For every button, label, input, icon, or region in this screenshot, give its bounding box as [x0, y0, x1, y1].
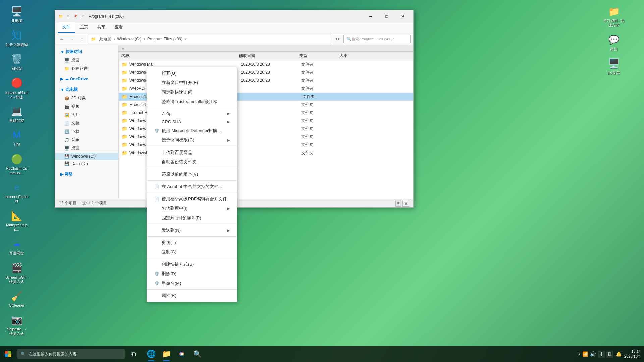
- desktop-icon-mathpix[interactable]: 📐 Mathpix Snipp...: [3, 207, 30, 233]
- col-header-date[interactable]: 修改日期: [239, 53, 299, 59]
- desktop-icon-zhiyun[interactable]: 知 知云文献翻译: [3, 27, 30, 48]
- ctx-properties[interactable]: 属性(R): [147, 291, 237, 300]
- ctx-acrobat-merge[interactable]: 📄 在 Acrobat 中合并支持的文件...: [147, 182, 237, 191]
- file-list-header: 名称 修改日期 类型 大小: [119, 52, 413, 60]
- ctx-trusted-installer[interactable]: 鳌峰湾TrustedInstaller嵌江楼: [147, 97, 237, 106]
- taskbar-clock[interactable]: 13:14 2020/10/4: [624, 349, 641, 359]
- nav-item-desktop[interactable]: 🖥️ 桌面: [55, 56, 118, 64]
- 3d-label: 3D 对象: [71, 95, 86, 101]
- desktop-icon-baidu[interactable]: ☁ 百度网盘: [3, 236, 30, 257]
- pics-icon: 🖼️: [64, 113, 69, 117]
- nav-item-3d[interactable]: 📦 3D 对象: [55, 94, 118, 102]
- close-button[interactable]: ✕: [395, 11, 411, 21]
- ctx-restore[interactable]: 还原以前的版本(V): [147, 170, 237, 179]
- ctx-send-to[interactable]: 发送到(N): [147, 226, 237, 235]
- nav-item-docs[interactable]: 📄 文档: [55, 119, 118, 127]
- svg-rect-0: [5, 351, 8, 354]
- maximize-button[interactable]: □: [379, 11, 394, 21]
- taskbar-search-box[interactable]: 🔍 在这里输入你要搜索的内容: [17, 349, 125, 359]
- ctx-pin-start[interactable]: 固定到"开始"屏幕(P): [147, 213, 237, 223]
- taskbar-app-search-app[interactable]: 🔍: [190, 346, 205, 362]
- folder-icon: 📁: [121, 126, 127, 132]
- nav-section-onedrive[interactable]: ▶ ☁ OneDrive: [55, 75, 118, 83]
- nav-item-music[interactable]: 🎵 音乐: [55, 136, 118, 144]
- desktop-icon-ccleaner[interactable]: 🧹 CCleaner: [3, 288, 30, 309]
- ctx-auto-backup[interactable]: 自动备份该文件夹: [147, 157, 237, 167]
- address-bar: ← → ↑ 📁 此电脑 › Windows (C:) › Program Fil…: [55, 33, 413, 45]
- col-header-name[interactable]: 名称: [121, 53, 239, 59]
- ctx-foxit-merge[interactable]: 📄 使用福昕高级PDF编辑器合并文件: [147, 194, 237, 204]
- nav-section-quick-access[interactable]: ▼ 快速访问: [55, 48, 118, 56]
- taskbar-app-chrome[interactable]: [174, 346, 189, 362]
- start-button[interactable]: [0, 346, 16, 362]
- taskbar-task-view[interactable]: ⧉: [126, 346, 141, 362]
- clock-date: 2020/10/4: [624, 354, 641, 359]
- ctx-include-library[interactable]: 包含到库中(I): [147, 204, 237, 213]
- minimize-button[interactable]: ─: [363, 11, 378, 21]
- refresh-button[interactable]: ↺: [333, 35, 341, 43]
- desktop-icon-pycharm[interactable]: 🟢 PyCharm Communi...: [3, 151, 30, 176]
- file-date: 2020/10/3 20:20: [241, 70, 301, 75]
- ctx-crc-sha[interactable]: CRC SHA: [147, 118, 237, 126]
- tab-share[interactable]: 共享: [93, 22, 110, 33]
- back-button[interactable]: ←: [58, 35, 66, 43]
- downloads-label: 下载: [71, 129, 79, 134]
- ctx-open[interactable]: 打开(O): [147, 69, 237, 78]
- nav-item-software[interactable]: 📁 各种软件: [55, 64, 118, 73]
- list-view-button[interactable]: ≡: [395, 200, 401, 207]
- taskbar-app-explorer[interactable]: 📁: [159, 346, 174, 362]
- ctx-sep-9: [147, 289, 237, 290]
- nav-section-network[interactable]: ▶ 网络: [55, 170, 118, 178]
- tab-view[interactable]: 查看: [110, 22, 127, 33]
- desktop-icon-ev[interactable]: 🖥️ EV录屏: [600, 56, 627, 77]
- ime-mode[interactable]: 拼: [606, 351, 613, 358]
- up-button[interactable]: ↑: [78, 35, 86, 43]
- nav-item-c-drive[interactable]: 💾 Windows (C:): [55, 153, 118, 160]
- ctx-upload-baidu[interactable]: 上传到百度网盘: [147, 148, 237, 157]
- ctx-create-shortcut[interactable]: 创建快捷方式(S): [147, 260, 237, 269]
- desktop-icons-left: 🖥️ 此电脑 知 知云文献翻译 🗑️ 回收站 🔴 Inpaint x64.exe…: [0, 0, 47, 341]
- ctx-copy[interactable]: 复制(C): [147, 247, 237, 257]
- desktop-icon-this-pc[interactable]: 🖥️ 此电脑: [3, 3, 30, 24]
- desktop-icon-inpaint[interactable]: 🔴 Inpaint x64.exe - 快捷: [3, 75, 30, 101]
- desktop-icon-tim[interactable]: M TIM: [3, 127, 30, 148]
- ctx-defender[interactable]: 🛡️ 使用 Microsoft Defender扫描...: [147, 126, 237, 135]
- desktop-icon-ie[interactable]: e Internet Explorer: [3, 179, 30, 205]
- desktop-icon-pcmgr[interactable]: 💻 电脑管家: [3, 103, 30, 124]
- col-header-size[interactable]: 大小: [339, 53, 373, 59]
- ctx-grant-access[interactable]: 授予访问权限(G): [147, 135, 237, 145]
- ctx-cut[interactable]: 剪切(T): [147, 238, 237, 247]
- desktop-icon-study[interactable]: 📁 学习资料 - 快捷方式: [600, 3, 627, 29]
- nav-section-thispc[interactable]: ▼ 此电脑: [55, 85, 118, 94]
- nav-item-video[interactable]: 🎬 视频: [55, 102, 118, 111]
- video-icon: 🎬: [64, 104, 69, 109]
- nav-item-desktop2[interactable]: 🖥️ 桌面: [55, 144, 118, 153]
- col-header-type[interactable]: 类型: [299, 53, 339, 59]
- desktop-icon-wechat[interactable]: 💬 微信: [600, 32, 627, 53]
- ctx-open-new-window[interactable]: 在新窗口中打开(E): [147, 78, 237, 87]
- mathpix-icon: 📐: [10, 209, 23, 222]
- ctx-rename[interactable]: 🛡️ 重命名(M): [147, 279, 237, 288]
- forward-button[interactable]: →: [68, 35, 76, 43]
- desktop-icon-screentogif[interactable]: 🎬 ScreenToGif - 快捷方式: [3, 260, 30, 285]
- address-path[interactable]: 📁 此电脑 › Windows (C:) › Program Files (x8…: [88, 35, 331, 43]
- search-box[interactable]: 🔍 搜索"Program Files (x86)": [343, 35, 411, 43]
- ctx-pin-quick[interactable]: 固定到快速访问: [147, 87, 237, 97]
- network-tray-icon[interactable]: 📶: [582, 351, 588, 357]
- ctx-7zip[interactable]: 7-Zip: [147, 109, 237, 118]
- ctx-delete[interactable]: 🛡️ 删除(D): [147, 269, 237, 279]
- tab-file[interactable]: 文件: [58, 22, 75, 33]
- tray-chevron[interactable]: ∧: [578, 352, 580, 356]
- volume-tray-icon[interactable]: 🔊: [590, 351, 596, 357]
- desktop-icon-recycle[interactable]: 🗑️ 回收站: [3, 51, 30, 72]
- grid-view-button[interactable]: ⊞: [402, 200, 409, 207]
- nav-item-d-drive[interactable]: 💾 Data (D:): [55, 160, 118, 167]
- tab-home[interactable]: 主页: [75, 22, 93, 33]
- nav-item-downloads[interactable]: ⬇️ 下载: [55, 127, 118, 136]
- study-label: 学习资料 - 快捷方式: [602, 19, 626, 27]
- taskbar-app-edge[interactable]: 🌐: [144, 346, 158, 362]
- ime-lang[interactable]: 中: [598, 351, 605, 358]
- nav-item-pics[interactable]: 🖼️ 图片: [55, 111, 118, 119]
- notification-icon[interactable]: 🔔: [616, 351, 622, 357]
- desktop-icon-snipaste[interactable]: 📷 Snipaste... - 快捷方式: [3, 312, 30, 337]
